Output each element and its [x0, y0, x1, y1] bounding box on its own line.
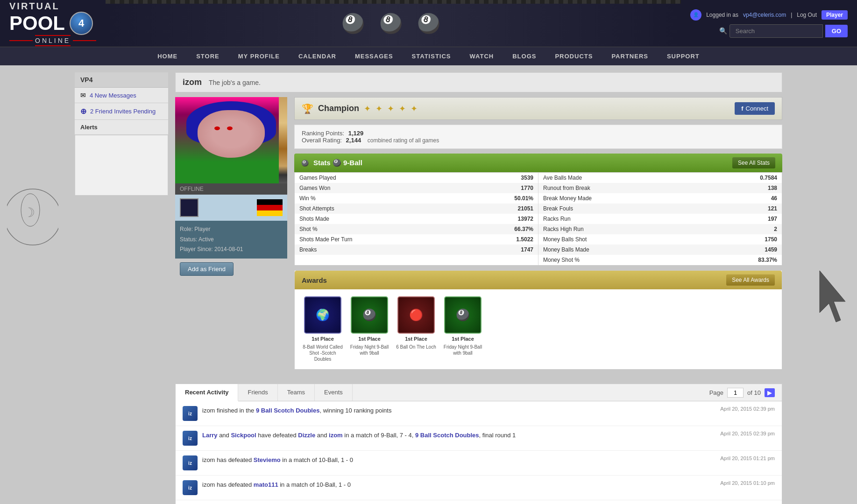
- messages-link[interactable]: 4 New Messages: [90, 92, 136, 99]
- nav-blogs[interactable]: BLOGS: [510, 48, 538, 64]
- main-content: VP4 ✉ 4 New Messages ⊕ 2 Friend Invites …: [0, 65, 857, 504]
- award-badge: 🌍: [304, 296, 341, 334]
- stats-row: Shot Attempts 21051 Break Fouls 121: [295, 203, 782, 214]
- stat-value: 50.01%: [457, 193, 538, 203]
- stat-value: 1747: [457, 245, 538, 255]
- overall-rating-value: 2,144: [346, 137, 361, 144]
- stat-value: 1.5022: [457, 234, 538, 245]
- separator: |: [791, 12, 792, 18]
- flag-gold: [257, 210, 283, 216]
- fb-connect-label: Connect: [746, 105, 768, 112]
- activity-link[interactable]: Larry: [202, 432, 218, 439]
- go-button[interactable]: GO: [825, 25, 848, 37]
- avatar-container: [175, 97, 287, 183]
- logout-link[interactable]: Log Out: [797, 12, 817, 18]
- logged-in-label: Logged in as: [706, 12, 738, 18]
- stat-label: [295, 255, 457, 265]
- page-input[interactable]: [727, 388, 744, 398]
- facebook-connect-button[interactable]: f Connect: [735, 102, 775, 115]
- avatar: iz: [183, 431, 198, 446]
- activity-link[interactable]: izom: [329, 432, 343, 439]
- stat-label2: Break Money Made: [538, 193, 701, 203]
- search-icon: 🔍: [719, 27, 727, 35]
- avatar-face: [198, 110, 265, 158]
- activity-time: April 20, 2015 02:39 pm: [720, 431, 775, 436]
- stat-value: [457, 255, 538, 265]
- stat-label: Shot %: [295, 224, 457, 234]
- nav-my-profile[interactable]: MY PROFILE: [236, 48, 282, 64]
- see-all-awards-button[interactable]: See All Awards: [726, 274, 775, 286]
- search-input[interactable]: [730, 24, 823, 38]
- award-place: 1st Place: [312, 336, 334, 342]
- tab-events[interactable]: Events: [315, 384, 353, 401]
- stat-label2: Money Shot %: [538, 255, 701, 265]
- nav-partners[interactable]: PARTNERS: [609, 48, 651, 64]
- stat-value2: 83.37%: [701, 255, 782, 265]
- flag-black: [257, 199, 283, 205]
- avatar-eye-right: [227, 126, 233, 130]
- logo-version: 4: [70, 12, 93, 35]
- activity-link[interactable]: Steviemo: [254, 456, 281, 463]
- envelope-icon: ✉: [80, 91, 86, 99]
- activity-text: Larry and Sickpool have defeated Dizzle …: [202, 431, 715, 440]
- nav-products[interactable]: PRODUCTS: [552, 48, 595, 64]
- user-avatar: 👤: [690, 9, 701, 21]
- moon-svg-left: ☽: [7, 170, 58, 250]
- champion-bar: 🏆 Champion ✦ ✦ ✦ ✦ ✦ f Connect: [294, 97, 782, 120]
- cursor-svg-right: [806, 266, 852, 341]
- nav-home[interactable]: HOME: [155, 48, 180, 64]
- award-badge: 🎱: [351, 296, 388, 334]
- friends-link[interactable]: 2 Friend Invites Pending: [90, 108, 156, 115]
- activity-item: iz Larry and Sickpool have defeated Dizz…: [176, 426, 782, 451]
- ranking-points-label: Ranking Points:: [302, 130, 344, 137]
- nav-store[interactable]: STORE: [194, 48, 222, 64]
- award-place: 1st Place: [405, 336, 427, 342]
- tab-friends[interactable]: Friends: [238, 384, 277, 401]
- of-pages: of 10: [747, 389, 761, 396]
- header-banner: 🎱 🎱 🎱: [106, 0, 681, 47]
- stat-label2: Money Balls Made: [538, 245, 701, 255]
- status-value: Active: [198, 236, 214, 243]
- stat-value2: 197: [701, 214, 782, 224]
- profile-header: izom The job's a game.: [175, 72, 782, 92]
- flag-red: [257, 205, 283, 210]
- activity-link[interactable]: 9 Ball Scotch Doubles: [415, 432, 479, 439]
- nav-statistics[interactable]: STATISTICS: [410, 48, 453, 64]
- overall-rating-label: Overall Rating:: [302, 137, 342, 144]
- stats-row: Games Won 1770 Runout from Break 138: [295, 183, 782, 193]
- tab-teams[interactable]: Teams: [278, 384, 315, 401]
- see-all-stats-button[interactable]: See All Stats: [732, 157, 775, 168]
- activity-link[interactable]: 9 Ball Scotch Doubles: [256, 407, 320, 414]
- alerts-section: Alerts: [75, 120, 168, 135]
- award-desc: Friday Night 9-Ball with 9ball: [442, 344, 484, 356]
- header-right: 👤 Logged in as vp4@celeris.com | Log Out…: [690, 9, 848, 38]
- activity-link[interactable]: Dizzle: [298, 432, 315, 439]
- activity-link[interactable]: Sickpool: [231, 432, 256, 439]
- flag-germany: [257, 199, 283, 217]
- profile-role-info: Role: Player Status: Active Player Since…: [175, 221, 287, 259]
- avatar-figure: [175, 97, 287, 183]
- sidebar-messages[interactable]: ✉ 4 New Messages: [75, 88, 168, 103]
- stats-row: Games Played 3539 Ave Balls Made 0.7584: [295, 173, 782, 183]
- nav-watch[interactable]: WATCH: [467, 48, 496, 64]
- activity-time: April 20, 2015 01:10 pm: [720, 480, 775, 486]
- next-page-button[interactable]: ▶: [765, 388, 775, 397]
- stats-table: Games Played 3539 Ave Balls Made 0.7584G…: [294, 172, 782, 266]
- stat-value: 1770: [457, 183, 538, 193]
- avatar: iz: [183, 480, 198, 495]
- activity-link[interactable]: mato111: [254, 481, 278, 488]
- stat-value: 3539: [457, 173, 538, 183]
- award-item: 🌍 1st Place 8-Ball World Called Shot -Sc…: [302, 296, 344, 362]
- add-friend-button[interactable]: Add as Friend: [180, 262, 234, 276]
- sidebar-friends[interactable]: ⊕ 2 Friend Invites Pending: [75, 103, 168, 120]
- stat-label2: Money Balls Shot: [538, 234, 701, 245]
- role-line: Role: Player: [180, 224, 283, 235]
- tab-recent-activity[interactable]: Recent Activity: [176, 384, 238, 401]
- nav-messages[interactable]: MESSAGES: [353, 48, 396, 64]
- activity-text: izom has defeated Steviemo in a match of…: [202, 455, 715, 465]
- nav-calendar[interactable]: CALENDAR: [296, 48, 339, 64]
- stats-panel: 🏆 Champion ✦ ✦ ✦ ✦ ✦ f Connect Ranking P…: [294, 97, 782, 377]
- awards-section: Awards See All Awards 🌍 1st Place 8-Ball…: [294, 270, 782, 370]
- stats-data-table: Games Played 3539 Ave Balls Made 0.7584G…: [295, 173, 782, 265]
- nav-support[interactable]: SUPPORT: [665, 48, 702, 64]
